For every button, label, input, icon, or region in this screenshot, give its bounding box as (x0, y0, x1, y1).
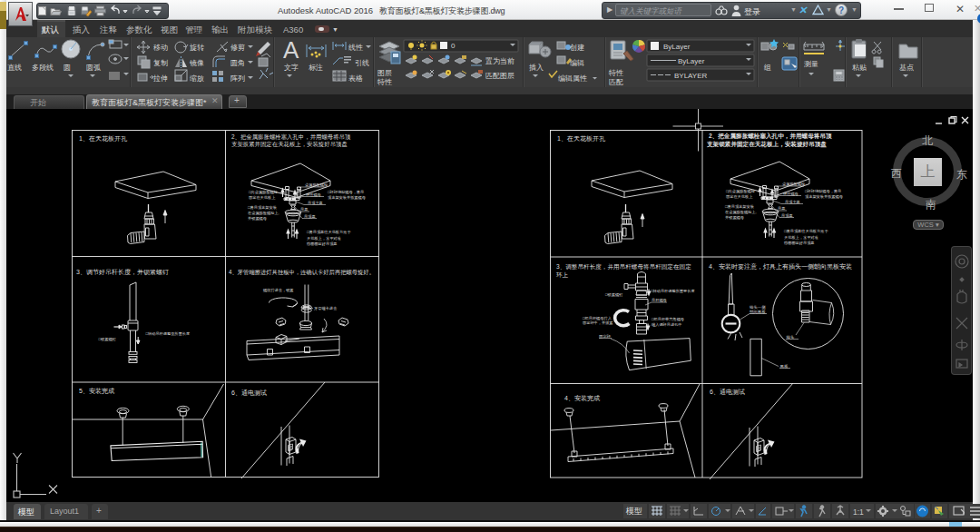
svg-text:4、安装完成: 4、安装完成 (564, 395, 600, 402)
svg-text:插头: 插头 (786, 335, 795, 340)
svg-text:4、牙管端擦进灯具挂板中，连确认卡好后再把螺母旋好。: 4、牙管端擦进灯具挂板中，连确认卡好后再把螺母旋好。 (229, 269, 375, 276)
svg-text:1、在天花板开孔: 1、在天花板开孔 (79, 135, 128, 143)
svg-text:特性: 特性 (377, 78, 392, 86)
svg-text:缩放: 缩放 (190, 74, 204, 83)
svg-text:匹配: 匹配 (609, 78, 623, 86)
svg-text:A: A (283, 37, 299, 64)
svg-text:端入调环吊进孔中: 端入调环吊进孔中 (651, 322, 682, 327)
svg-text:编辑: 编辑 (570, 59, 584, 67)
svg-text:朝向黑板: 朝向黑板 (750, 310, 766, 315)
svg-text:2、把金属膨胀螺栓塞入孔中，并用螺母将吊顶: 2、把金属膨胀螺栓塞入孔中，并用螺母将吊顶 (231, 133, 351, 141)
svg-text:组: 组 (763, 64, 771, 72)
svg-text:6、通电测试: 6、通电测试 (231, 389, 267, 397)
svg-text:圆弧: 圆弧 (86, 64, 101, 72)
svg-text:表格: 表格 (348, 74, 363, 83)
svg-text:图层: 图层 (377, 69, 392, 77)
svg-text:□锁紧螺钉: □锁紧螺钉 (99, 337, 117, 341)
svg-text:支架锁紧并固定在天花板上，安装旋好吊顶盘: 支架锁紧并固定在天花板上，安装旋好吊顶盘 (706, 141, 827, 148)
svg-text:□锁紧螺钉: □锁紧螺钉 (605, 292, 623, 297)
svg-text:插入: 插入 (529, 64, 544, 72)
svg-text:5、安装完成: 5、安装完成 (79, 388, 114, 395)
svg-text:模型: 模型 (625, 507, 642, 516)
svg-text:阵列: 阵列 (230, 74, 245, 83)
svg-text:固定环中，并拔紧: 固定环中，并拔紧 (583, 320, 613, 325)
svg-text:ByLayer: ByLayer (663, 43, 691, 51)
svg-text:置为当前: 置为当前 (485, 57, 514, 65)
svg-text:0: 0 (451, 42, 456, 50)
svg-text:□转动吊杆调整至所需长度: □转动吊杆调整至所需长度 (146, 331, 191, 336)
svg-text:BYLAYER: BYLAYER (674, 72, 708, 80)
svg-text:编辑属性: 编辑属性 (558, 74, 587, 83)
svg-text:基点: 基点 (899, 64, 914, 72)
svg-text:3、调整吊杆长度，并用吊杆螺母将吊杆固定在固定: 3、调整吊杆长度，并用吊杆螺母将吊杆固定在固定 (556, 263, 691, 271)
svg-text:黑板: 黑板 (780, 364, 789, 369)
svg-text:□把吊杆带六角螺母: □把吊杆带六角螺母 (652, 317, 685, 321)
svg-text:支架扳紧并固定在天花板上，安装旋好吊顶盘: 支架扳紧并固定在天花板上，安装旋好吊顶盘 (231, 141, 348, 148)
svg-text:修剪: 修剪 (230, 44, 245, 52)
svg-text:吊杆螺母: 吊杆螺母 (652, 298, 668, 302)
svg-text:线性: 线性 (348, 44, 363, 52)
svg-text:标注: 标注 (309, 64, 323, 72)
svg-text:多段线: 多段线 (32, 64, 54, 72)
svg-text:圆角: 圆角 (230, 59, 245, 67)
svg-text:螺纹拧进去，锁紧: 螺纹拧进去，锁紧 (263, 288, 294, 293)
svg-text:匹配图层: 匹配图层 (485, 72, 514, 80)
svg-text:环上: 环上 (556, 271, 569, 278)
svg-text:测量: 测量 (804, 60, 818, 68)
svg-text:直线: 直线 (7, 64, 22, 72)
svg-text:复制: 复制 (153, 59, 168, 67)
svg-text:镜像: 镜像 (189, 59, 204, 67)
svg-text:□转动吊杆调整所需要长度: □转动吊杆调整所需要长度 (651, 289, 695, 293)
svg-text:拉伸: 拉伸 (152, 74, 168, 83)
svg-text:2、把金属膨胀螺栓塞入孔中，并用螺母将吊顶: 2、把金属膨胀螺栓塞入孔中，并用螺母将吊顶 (709, 133, 832, 140)
svg-text:牙管端卡进去: 牙管端卡进去 (314, 306, 338, 310)
svg-text:文字: 文字 (284, 64, 299, 72)
svg-text:1、在天花板开孔: 1、在天花板开孔 (557, 135, 606, 143)
svg-text:6、通电测试: 6、通电测试 (710, 388, 745, 396)
svg-text:创建: 创建 (569, 44, 584, 52)
svg-text:引线: 引线 (355, 59, 369, 67)
svg-text:移动: 移动 (153, 44, 168, 52)
svg-text:特性: 特性 (608, 69, 623, 77)
svg-text:粘贴: 粘贴 (852, 64, 867, 72)
svg-text:圆: 圆 (64, 64, 71, 72)
svg-text:ByLayer: ByLayer (678, 57, 705, 65)
svg-text:旋转: 旋转 (190, 44, 204, 52)
svg-text:1:1: 1:1 (853, 507, 864, 517)
svg-text:3、调节好吊杆长度，并锁紧螺钉: 3、调节好吊杆长度，并锁紧螺钉 (76, 269, 169, 276)
svg-text:固定环: 固定环 (599, 334, 612, 339)
svg-text:4、安装时要注意，灯具上有插头一侧朝向黑板安装: 4、安装时要注意，灯具上有插头一侧朝向黑板安装 (709, 262, 852, 271)
